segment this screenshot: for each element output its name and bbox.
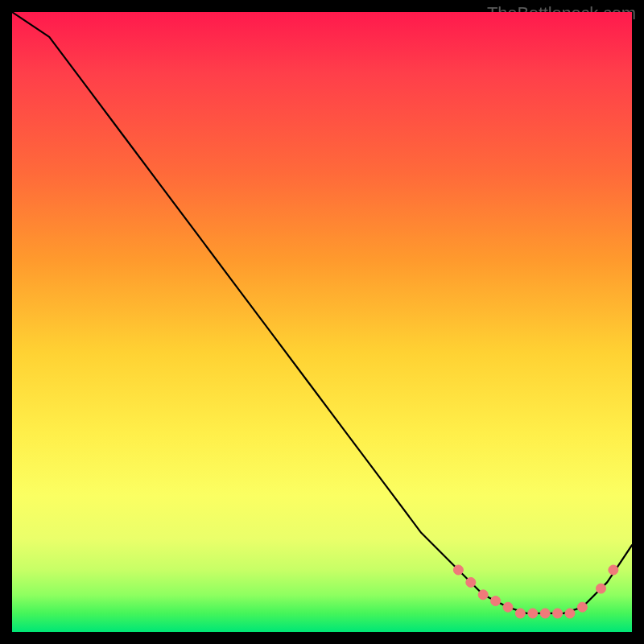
curve-marker [491,597,501,606]
curve-marker [453,565,463,575]
curve-marker [503,602,513,612]
curve-marker [540,609,550,618]
curve-marker [577,602,587,612]
curve-marker [565,609,575,618]
curve-marker [597,584,606,593]
curve-marker [553,609,563,618]
curve-markers [453,565,618,618]
chart-svg [12,12,632,632]
plot-area [12,12,632,632]
curve-marker [528,609,538,618]
curve-marker [609,565,618,575]
curve-marker [515,609,525,618]
bottleneck-curve [12,12,632,613]
chart-stage: TheBottleneck.com [0,0,644,644]
curve-marker [466,577,476,587]
curve-marker [478,590,488,600]
